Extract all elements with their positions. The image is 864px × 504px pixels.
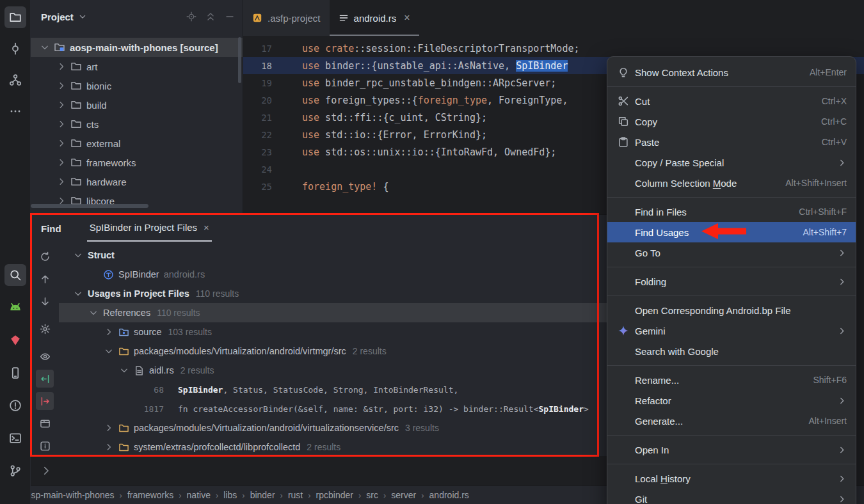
project-tree-item-external[interactable]: external [31,134,243,153]
line-number[interactable]: 21 [243,113,302,123]
menu-item-find-usages[interactable]: Find UsagesAlt+Shift+7 [607,222,856,242]
project-tree-item-cts[interactable]: cts [31,114,243,134]
breadcrumb-item-android-rs[interactable]: android.rs [429,490,469,500]
find-toolbar-button-open-in-new-tab[interactable] [36,392,54,410]
line-number[interactable]: 17 [243,43,302,54]
chevron-right-icon[interactable] [104,327,114,337]
find-result-row[interactable]: SpIBinderandroid.rs [59,265,607,284]
chevron-down-icon[interactable] [104,346,114,356]
chevron-right-icon[interactable] [56,119,67,129]
chevron-down-icon[interactable] [119,365,129,375]
chevron-right-icon[interactable] [56,100,67,110]
line-number[interactable]: 19 [243,78,302,88]
chevron-right-icon[interactable] [56,177,67,187]
menu-item-show-context-actions[interactable]: Show Context ActionsAlt+Enter [607,62,856,83]
breadcrumb-item-libs[interactable]: libs [223,490,237,500]
tool-button-more[interactable] [4,100,26,122]
menu-item-local-history[interactable]: Local History [607,468,856,489]
menu-item-column-selection-mode[interactable]: Column Selection ModeAlt+Shift+Insert [607,173,856,193]
chevron-right-icon[interactable] [56,157,67,168]
project-panel-title[interactable]: Project [41,12,74,22]
tool-button-version-control[interactable] [4,460,26,482]
find-result-row[interactable]: Struct [59,246,607,265]
find-result-row[interactable]: aidl.rs2 results [59,361,607,380]
menu-item-paste[interactable]: PasteCtrl+V [607,132,856,152]
breadcrumb-item-binder[interactable]: binder [250,490,275,500]
find-toolbar-button-new-tab[interactable] [36,414,54,432]
line-number[interactable]: 20 [243,95,302,106]
menu-item-gemini[interactable]: Gemini [607,320,856,341]
code-line-17[interactable]: 17use crate::session::FileDescriptorTran… [243,40,864,57]
menu-item-copy-paste-special[interactable]: Copy / Paste Special [607,152,856,173]
chevron-down-icon[interactable] [78,12,87,21]
project-horizontal-scrollbar[interactable] [31,204,148,208]
find-result-row[interactable]: packages/modules/Virtualization/android/… [59,342,607,361]
chevron-right-icon[interactable] [56,81,67,91]
menu-item-open-in[interactable]: Open In [607,439,856,460]
breadcrumb-item-server[interactable]: server [391,490,416,500]
tool-button-structure[interactable] [4,69,26,91]
tool-button-commit[interactable] [4,38,26,59]
tool-button-running-devices[interactable] [4,362,26,384]
breadcrumb-item-rust[interactable]: rust [288,490,303,500]
breadcrumb-item-rpcbinder[interactable]: rpcbinder [316,490,353,500]
breadcrumb-item-frameworks[interactable]: frameworks [127,490,173,500]
line-number[interactable]: 24 [243,164,302,175]
breadcrumb-item-aosp-main-with-phones[interactable]: aosp-main-with-phones [21,490,115,500]
collapse-all-icon[interactable] [205,12,216,22]
find-result-row[interactable]: source103 results [59,322,607,342]
locate-icon[interactable] [186,12,196,22]
find-toolbar-button-info[interactable] [36,437,54,455]
find-result-row[interactable]: 1817fn createAccessorBinder(&self, name:… [59,399,607,418]
line-number[interactable]: 22 [243,130,302,140]
menu-item-open-corresponding-android-bp-file[interactable]: Open Corresponding Android.bp File [607,300,856,320]
find-result-row[interactable]: Usages in Project Files110 results [59,284,607,303]
find-toolbar-button-jump-to-source[interactable] [36,370,54,388]
chevron-down-icon[interactable] [73,288,83,299]
menu-item-generate[interactable]: Generate...Alt+Insert [607,411,856,431]
find-toolbar-button-settings[interactable] [36,320,54,338]
tool-button-app-quality-insights[interactable] [4,329,26,351]
project-tree-item-aosp-main-with-phones-source[interactable]: aosp-main-with-phones [source] [31,38,243,57]
find-result-row[interactable]: system/extras/profcollectd/libprofcollec… [59,437,607,456]
menu-item-copy[interactable]: CopyCtrl+C [607,111,856,132]
tool-button-logcat[interactable] [4,297,26,319]
tool-button-find[interactable] [4,264,26,286]
tool-button-problems[interactable] [4,395,26,416]
menu-item-go-to[interactable]: Go To [607,242,856,263]
menu-item-rename[interactable]: Rename...Shift+F6 [607,370,856,390]
project-vertical-scrollbar[interactable] [238,37,241,83]
find-results-tab[interactable]: SpIBinder in Project Files × [87,215,212,242]
close-icon[interactable]: × [204,222,209,233]
breadcrumb-item-src[interactable]: src [366,490,378,500]
menu-item-git[interactable]: Git [607,489,856,504]
find-toolbar-button-refresh[interactable] [36,248,54,265]
chevron-down-icon[interactable] [40,42,50,52]
menu-item-find-in-files[interactable]: Find in FilesCtrl+Shift+F [607,201,856,222]
chevron-right-icon[interactable] [104,442,114,452]
hide-icon[interactable] [225,12,235,22]
tool-button-project[interactable] [4,6,26,28]
chevron-right-icon[interactable] [56,61,67,72]
find-toolbar-button-arrow-up[interactable] [36,270,54,288]
project-tree-item-hardware[interactable]: hardware [31,172,243,191]
editor-tab-asfp-project[interactable]: .asfp-project [243,0,330,36]
chevron-right-icon[interactable] [104,423,114,433]
breadcrumb-item-native[interactable]: native [187,490,211,500]
editor-tab-android-rs[interactable]: android.rs× [330,0,419,36]
find-result-row[interactable]: 68SpIBinder, Status, StatusCode, Strong,… [59,380,607,399]
project-tree-item-art[interactable]: art [31,57,243,76]
find-toolbar-button-arrow-down[interactable] [36,292,54,310]
find-toolbar-button-preview[interactable] [36,347,54,365]
project-tree-item-bionic[interactable]: bionic [31,76,243,95]
project-tree-item-build[interactable]: build [31,95,243,114]
line-number[interactable]: 23 [243,147,302,157]
find-result-row[interactable]: packages/modules/Virtualization/android/… [59,418,607,437]
tool-button-terminal[interactable] [4,427,26,449]
line-number[interactable]: 18 [243,61,302,71]
menu-item-search-with-google[interactable]: Search with Google [607,341,856,361]
menu-item-folding[interactable]: Folding [607,271,856,292]
find-result-row[interactable]: References110 results [59,303,607,322]
close-icon[interactable]: × [404,13,410,23]
chevron-right-icon[interactable] [40,464,52,477]
